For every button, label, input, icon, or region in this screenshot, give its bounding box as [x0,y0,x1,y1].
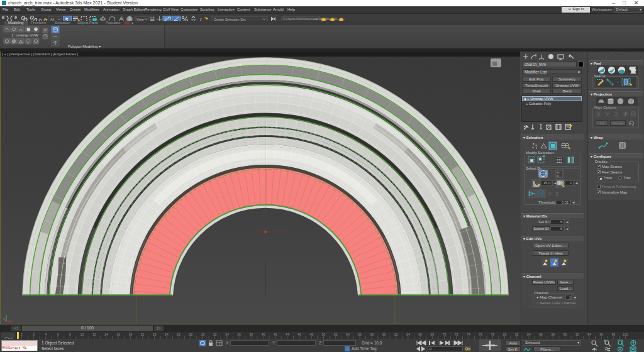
svg-text:64: 64 [406,333,410,336]
svg-text:14: 14 [104,333,108,336]
svg-text:94: 94 [587,333,591,336]
svg-text:68: 68 [431,333,435,336]
svg-text:26: 26 [177,333,180,336]
svg-text:66: 66 [418,333,422,336]
svg-text:48: 48 [310,333,314,336]
svg-text:74: 74 [467,333,470,336]
svg-text:12: 12 [92,333,96,336]
svg-text:16: 16 [116,333,120,336]
svg-text:40: 40 [262,333,265,336]
svg-text:Z: Z [555,191,559,197]
svg-text:32: 32 [213,333,217,336]
svg-text:ID: ID [557,174,559,177]
svg-text:96: 96 [599,333,603,336]
svg-text:84: 84 [527,333,531,336]
svg-text:X: X [597,111,601,118]
svg-text:54: 54 [346,333,350,336]
svg-text:Z: Z [614,111,618,118]
svg-text:58: 58 [370,333,374,336]
svg-text:78: 78 [491,333,495,336]
svg-text:62: 62 [394,333,398,336]
svg-text:22: 22 [153,333,157,336]
svg-text:20: 20 [141,333,145,336]
svg-text:34: 34 [225,333,229,336]
svg-text:Y: Y [606,111,609,118]
svg-text:60: 60 [382,333,386,336]
svg-text:86: 86 [539,333,543,336]
svg-text:10: 10 [80,333,84,336]
svg-text:30: 30 [201,333,205,336]
svg-text:24: 24 [165,333,169,336]
svg-text:46: 46 [297,333,301,336]
svg-text:36: 36 [237,333,241,336]
svg-text:6: 6 [57,333,59,336]
svg-text:2: 2 [33,333,35,336]
svg-text:52: 52 [334,333,338,336]
svg-text:100: 100 [623,333,628,336]
svg-text:70: 70 [443,333,447,336]
svg-text:72: 72 [455,333,458,336]
svg-text:90: 90 [564,333,567,336]
svg-text:38: 38 [250,333,253,336]
svg-text:88: 88 [552,333,555,336]
svg-text:50: 50 [322,333,326,336]
svg-text:56: 56 [358,333,362,336]
svg-text:4: 4 [45,333,47,336]
svg-text:28: 28 [189,333,193,336]
svg-text:76: 76 [479,333,482,336]
svg-text:0: 0 [21,333,23,336]
svg-text:80: 80 [503,333,507,336]
svg-text:18: 18 [129,333,133,336]
svg-text:Y: Y [548,191,552,197]
svg-text:44: 44 [286,333,289,336]
svg-text:98: 98 [612,333,616,336]
svg-text:92: 92 [575,333,579,336]
svg-text:8: 8 [69,333,71,336]
svg-text:82: 82 [515,333,519,336]
svg-text:42: 42 [274,333,277,336]
